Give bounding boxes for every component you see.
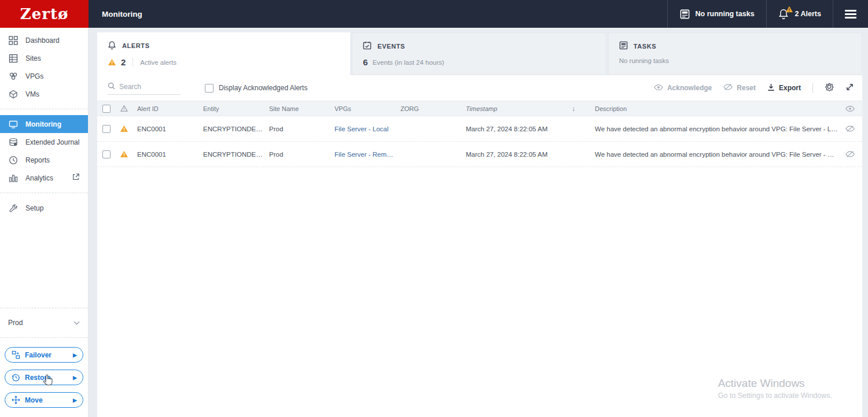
row-checkbox[interactable] bbox=[97, 150, 116, 158]
sort-desc-icon[interactable]: ↓ bbox=[572, 105, 575, 113]
vpg-link[interactable]: File Server - Local bbox=[330, 126, 396, 132]
site-name-cell: Prod bbox=[264, 151, 330, 158]
sidebar-item-reports[interactable]: Reports bbox=[0, 151, 88, 169]
page-title: Monitoring bbox=[89, 0, 667, 28]
sidebar-item-extended-journal[interactable]: Extended Journal bbox=[0, 133, 88, 151]
sidebar-item-vms[interactable]: VMs bbox=[0, 85, 88, 103]
sidebar-item-sites[interactable]: Sites bbox=[0, 49, 88, 67]
timestamp-cell: March 27, 2024 8:22:05 AM bbox=[461, 126, 590, 132]
events-summary-card[interactable]: EVENTS 6 Events (in last 24 hours) bbox=[352, 32, 606, 75]
toolbar-right-actions: Acknowledge Reset Export bbox=[654, 82, 854, 94]
vms-icon bbox=[8, 89, 19, 99]
setup-icon bbox=[8, 203, 19, 213]
chevron-down-icon bbox=[73, 319, 80, 327]
top-bar: Zertø Monitoring No running tasks 2 Aler… bbox=[0, 0, 868, 28]
sidebar-item-label: Monitoring bbox=[25, 120, 61, 128]
move-button-label: Move bbox=[25, 396, 43, 404]
tasks-list-icon bbox=[619, 41, 628, 51]
column-header-description[interactable]: Description bbox=[590, 105, 838, 112]
alerts-panel: Display Acknowledged Alerts Acknowledge … bbox=[97, 75, 862, 417]
alert-table-row[interactable]: ENC0001 ENCRYPTIONDETE... Prod File Serv… bbox=[97, 142, 862, 167]
export-label: Export bbox=[779, 84, 801, 92]
display-acknowledged-checkbox[interactable]: Display Acknowledged Alerts bbox=[205, 84, 307, 93]
reports-icon bbox=[8, 155, 19, 165]
main-content: ALERTS 2 Active alerts EVENTS 6 Events (… bbox=[89, 28, 868, 417]
entity-cell: ENCRYPTIONDETE... bbox=[198, 151, 264, 158]
acknowledge-row-button[interactable] bbox=[838, 150, 862, 158]
failover-icon bbox=[11, 350, 20, 360]
move-icon bbox=[11, 396, 20, 405]
sidebar-divider bbox=[0, 337, 88, 338]
vpg-link[interactable]: File Server - Remote bbox=[330, 151, 396, 158]
site-selector-dropdown[interactable]: Prod bbox=[0, 311, 88, 335]
row-checkbox[interactable] bbox=[97, 125, 116, 133]
events-count: 6 bbox=[363, 57, 367, 67]
failover-button[interactable]: Failover ▶ bbox=[5, 347, 83, 363]
sidebar-item-label: VPGs bbox=[25, 72, 43, 80]
windows-activation-watermark: Activate Windows Go to Settings to activ… bbox=[718, 377, 832, 400]
sidebar-divider bbox=[0, 193, 88, 193]
sidebar-item-setup[interactable]: Setup bbox=[0, 199, 88, 217]
nav-group-main: Dashboard Sites VPGs VMs bbox=[0, 28, 88, 106]
sidebar-item-label: Sites bbox=[25, 54, 41, 62]
tasks-card-title: TASKS bbox=[634, 43, 656, 50]
column-header-site-name[interactable]: Site Name bbox=[264, 105, 330, 112]
sidebar: Dashboard Sites VPGs VMs Monitoring bbox=[0, 28, 89, 417]
zerto-logo[interactable]: Zertø bbox=[0, 0, 89, 28]
column-header-zorg[interactable]: ZORG bbox=[396, 105, 461, 112]
sidebar-divider bbox=[0, 308, 88, 308]
column-settings-button[interactable] bbox=[825, 82, 834, 94]
sidebar-item-label: Analytics bbox=[25, 174, 53, 182]
severity-column-icon[interactable] bbox=[116, 105, 133, 112]
submenu-arrow-icon: ▶ bbox=[73, 352, 77, 358]
sidebar-item-dashboard[interactable]: Dashboard bbox=[0, 31, 88, 49]
move-button[interactable]: Move ▶ bbox=[5, 392, 83, 408]
reset-button[interactable]: Reset bbox=[723, 83, 756, 93]
search-input[interactable] bbox=[119, 83, 174, 91]
menu-button[interactable] bbox=[833, 0, 868, 28]
visibility-column-icon[interactable] bbox=[838, 105, 862, 112]
sidebar-item-analytics[interactable]: Analytics bbox=[0, 169, 88, 187]
acknowledge-button[interactable]: Acknowledge bbox=[654, 84, 712, 93]
description-cell: We have detected an abnormal encryption … bbox=[590, 126, 838, 132]
sidebar-item-label: Setup bbox=[25, 204, 43, 212]
events-card-title: EVENTS bbox=[377, 43, 405, 50]
nav-group-monitoring: Monitoring Extended Journal Reports Anal… bbox=[0, 112, 88, 190]
column-header-vpgs[interactable]: VPGs bbox=[330, 105, 396, 112]
warning-icon bbox=[108, 58, 116, 66]
checkbox-icon[interactable] bbox=[205, 84, 214, 93]
download-icon bbox=[767, 83, 775, 93]
tasks-summary-card[interactable]: TASKS No running tasks bbox=[608, 32, 862, 75]
column-header-entity[interactable]: Entity bbox=[198, 105, 264, 112]
column-header-timestamp[interactable]: Timestamp ↓ bbox=[461, 105, 590, 113]
extended-journal-icon bbox=[8, 137, 19, 147]
select-all-checkbox[interactable] bbox=[97, 105, 116, 113]
alerts-summary-card[interactable]: ALERTS 2 Active alerts bbox=[97, 32, 350, 75]
alerts-count-label: 2 Alerts bbox=[795, 10, 821, 18]
sidebar-action-buttons: Failover ▶ Restore ▶ Move ▶ bbox=[0, 340, 88, 417]
acknowledge-row-button[interactable] bbox=[838, 125, 862, 132]
export-button[interactable]: Export bbox=[767, 83, 801, 93]
events-card-label: Events (in last 24 hours) bbox=[373, 59, 444, 66]
reset-label: Reset bbox=[737, 84, 756, 92]
sidebar-item-label: Dashboard bbox=[25, 36, 60, 45]
alerts-bell-icon bbox=[108, 40, 116, 51]
expand-button[interactable] bbox=[845, 83, 854, 94]
expand-icon bbox=[845, 83, 854, 94]
watermark-title: Activate Windows bbox=[718, 377, 832, 390]
sidebar-item-label: Extended Journal bbox=[25, 138, 79, 146]
alert-table-row[interactable]: ENC0001 ENCRYPTIONDETE... Prod File Serv… bbox=[97, 116, 862, 142]
alert-id-cell: ENC0001 bbox=[133, 151, 198, 158]
sidebar-item-vpgs[interactable]: VPGs bbox=[0, 67, 88, 85]
running-tasks-status[interactable]: No running tasks bbox=[667, 0, 766, 28]
bell-icon bbox=[778, 8, 790, 20]
submenu-arrow-icon: ▶ bbox=[73, 375, 77, 381]
alerts-badge[interactable]: 2 Alerts bbox=[766, 0, 833, 28]
sidebar-divider bbox=[0, 109, 88, 109]
restore-button[interactable]: Restore ▶ bbox=[5, 370, 83, 385]
column-header-alert-id[interactable]: Alert ID bbox=[133, 105, 198, 112]
site-selector-value: Prod bbox=[8, 319, 23, 327]
zerto-logo-text: Zertø bbox=[20, 5, 69, 23]
sites-icon bbox=[8, 53, 19, 64]
sidebar-item-monitoring[interactable]: Monitoring bbox=[0, 115, 88, 133]
